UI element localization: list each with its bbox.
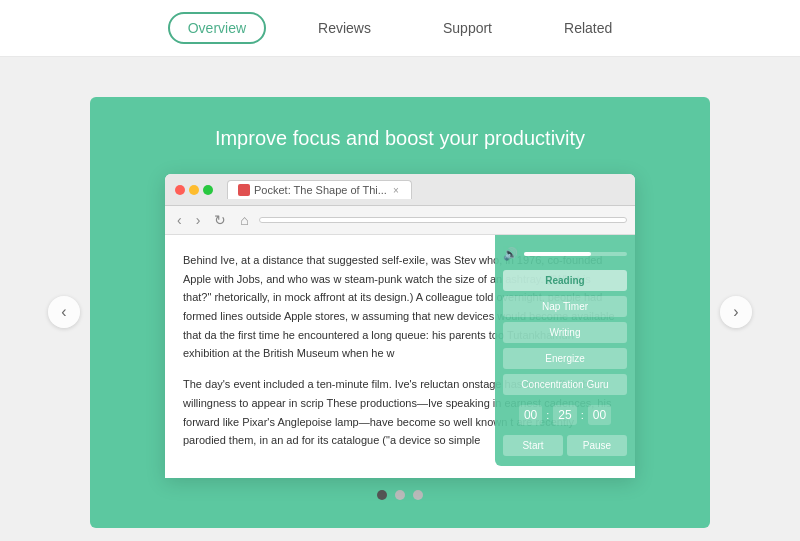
timer-seconds: 00 [588,405,611,425]
window-close-dot[interactable] [175,185,185,195]
concentration-guru-btn[interactable]: Concentration Guru [503,374,627,395]
sound-icon: 🔊 [503,247,518,261]
browser-forward-btn[interactable]: › [192,210,205,230]
main-content: ‹ Improve focus and boost your productiv… [0,57,800,541]
timer-minutes: 25 [553,405,576,425]
browser-nav-bar: ‹ › ↻ ⌂ [165,206,635,235]
tab-support[interactable]: Support [423,12,512,44]
tab-overview[interactable]: Overview [168,12,266,44]
carousel-arrow-left[interactable]: ‹ [48,296,80,328]
timer-display: 00 : 25 : 00 [503,400,627,430]
pagination-dot-3[interactable] [413,490,423,500]
pagination-dot-1[interactable] [377,490,387,500]
energize-btn[interactable]: Energize [503,348,627,369]
tab-favicon [238,184,250,196]
window-controls [175,185,213,195]
timer-colon-1: : [546,409,549,421]
sound-bar-fill [524,252,591,256]
feature-banner: Improve focus and boost your productivit… [90,97,710,528]
tab-close-btn[interactable]: × [391,185,401,195]
reading-mode-btn[interactable]: Reading [503,270,627,291]
browser-tab[interactable]: Pocket: The Shape of Thi... × [227,180,412,199]
browser-home-btn[interactable]: ⌂ [236,210,252,230]
timer-hours: 00 [519,405,542,425]
carousel-arrow-right[interactable]: › [720,296,752,328]
address-bar[interactable] [259,217,627,223]
tab-label: Pocket: The Shape of Thi... [254,184,387,196]
window-minimize-dot[interactable] [189,185,199,195]
sound-control: 🔊 [503,245,627,263]
browser-mockup: Pocket: The Shape of Thi... × ‹ › ↻ ⌂ [165,174,635,478]
tab-reviews[interactable]: Reviews [298,12,391,44]
banner-title: Improve focus and boost your productivit… [215,127,585,150]
focus-side-panel: 🔊 Reading Nap Timer Writing Energize Con… [495,235,635,466]
browser-body: Behind Ive, at a distance that suggested… [165,235,635,478]
carousel-pagination [377,478,423,508]
content-wrapper: ‹ Improve focus and boost your productiv… [40,77,760,541]
writing-mode-btn[interactable]: Writing [503,322,627,343]
tab-related[interactable]: Related [544,12,632,44]
browser-reload-btn[interactable]: ↻ [210,210,230,230]
browser-back-btn[interactable]: ‹ [173,210,186,230]
pagination-dot-2[interactable] [395,490,405,500]
timer-colon-2: : [581,409,584,421]
window-maximize-dot[interactable] [203,185,213,195]
timer-controls: Start Pause [503,435,627,456]
top-navigation: Overview Reviews Support Related [0,0,800,57]
sound-bar[interactable] [524,252,627,256]
timer-pause-btn[interactable]: Pause [567,435,627,456]
timer-start-btn[interactable]: Start [503,435,563,456]
browser-toolbar: Pocket: The Shape of Thi... × [165,174,635,206]
nap-timer-btn[interactable]: Nap Timer [503,296,627,317]
